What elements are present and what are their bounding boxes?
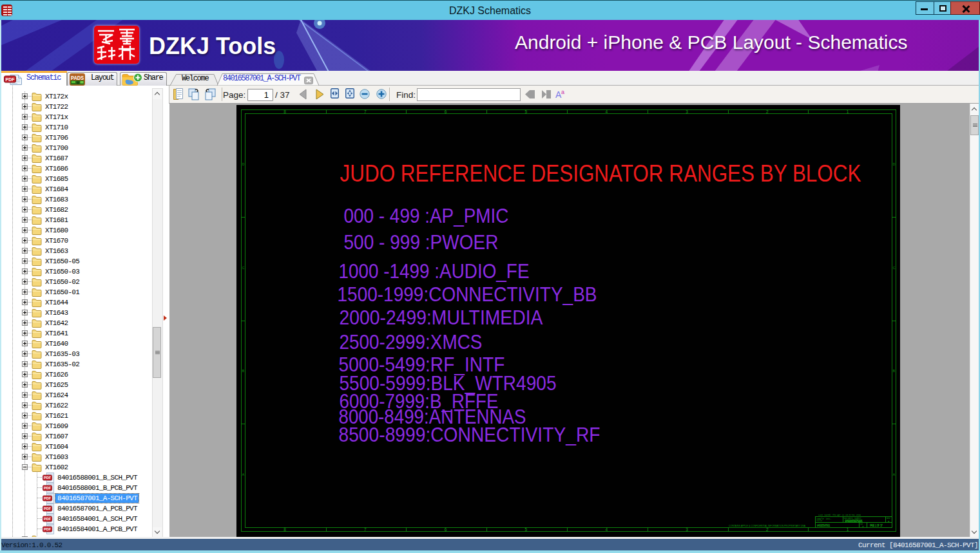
- svg-text:a: a: [561, 89, 564, 95]
- svg-text:6: 6: [445, 109, 447, 114]
- svg-text:PDF: PDF: [44, 506, 51, 511]
- svg-text:CONTAINS APPLE & CONFIDENTIAL: CONTAINS APPLE & CONFIDENTIAL INFORMATIO…: [729, 525, 806, 527]
- svg-text:8: 8: [283, 527, 286, 532]
- svg-text:4: 4: [605, 527, 608, 532]
- svg-text:2: 2: [766, 527, 769, 532]
- svg-text:8500-8999:CONNECTIVITY_RF: 8500-8999:CONNECTIVITY_RF: [339, 424, 600, 446]
- svg-text:PDF: PDF: [44, 527, 51, 531]
- svg-text:PDF: PDF: [6, 77, 15, 82]
- svg-text:PAGE 1 OF 37: PAGE 1 OF 37: [870, 524, 883, 527]
- svg-text:7: 7: [364, 109, 367, 114]
- svg-text:1000 -1499 :AUDIO_FE: 1000 -1499 :AUDIO_FE: [339, 260, 530, 283]
- svg-text:3: 3: [686, 109, 688, 114]
- svg-text:Last Saved: Thu Apr 21 10:37:5: Last Saved: Thu Apr 21 10:37:52 2016: [818, 514, 861, 516]
- svg-text:PDF: PDF: [44, 485, 51, 490]
- svg-text:5: 5: [525, 109, 528, 114]
- svg-text:8: 8: [283, 109, 286, 114]
- svg-text:PDF: PDF: [44, 516, 51, 521]
- svg-text:B: B: [888, 520, 890, 523]
- svg-text:C: C: [893, 266, 896, 270]
- svg-text:PDF: PDF: [44, 475, 51, 480]
- svg-text:A: A: [893, 473, 896, 476]
- svg-text:84016587001: 84016587001: [817, 524, 831, 527]
- svg-text:Rev: Rev: [887, 517, 890, 520]
- svg-text:500 - 999 :PWOER: 500 - 999 :PWOER: [344, 231, 499, 254]
- svg-text:000 - 499 :AP_PMIC: 000 - 499 :AP_PMIC: [344, 205, 509, 227]
- svg-text:5: 5: [525, 527, 528, 532]
- svg-text:7: 7: [364, 527, 367, 532]
- svg-text:A: A: [242, 473, 245, 476]
- svg-text:JUDO REFERENCE DESIGNATOR RANG: JUDO REFERENCE DESIGNATOR RANGES BY BLOC…: [340, 160, 861, 187]
- svg-text:C: C: [242, 266, 245, 270]
- svg-text:Title: Title: [816, 520, 822, 522]
- svg-text:2000-2499:MULTIMEDIA: 2000-2499:MULTIMEDIA: [340, 306, 543, 329]
- svg-text:4: 4: [605, 109, 608, 114]
- svg-text:B: B: [242, 369, 245, 373]
- svg-text:2500-2999:XMCS: 2500-2999:XMCS: [340, 331, 483, 353]
- svg-text:2: 2: [766, 109, 769, 114]
- svg-text:84016587001: 84016587001: [845, 519, 863, 523]
- svg-text:D: D: [242, 162, 245, 166]
- svg-text:B: B: [893, 369, 896, 373]
- svg-text:PADS: PADS: [71, 75, 84, 81]
- svg-text:3: 3: [686, 527, 688, 532]
- svg-text:6: 6: [445, 527, 447, 532]
- svg-text:1500-1999:CONNECTIVITY_BB: 1500-1999:CONNECTIVITY_BB: [338, 283, 597, 306]
- svg-text:3: 3: [862, 525, 864, 528]
- svg-text:1: 1: [847, 109, 849, 114]
- svg-text:D: D: [893, 162, 896, 166]
- svg-text:PDF: PDF: [44, 496, 51, 500]
